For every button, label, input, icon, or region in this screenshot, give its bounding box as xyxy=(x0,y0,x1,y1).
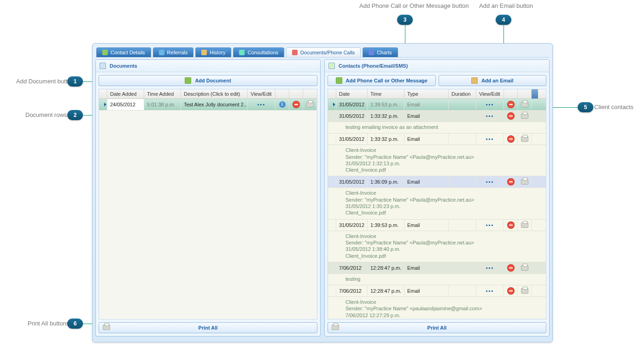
contact-row[interactable]: 7/06/2012 12:28:47 p.m. Email ••• xyxy=(328,285,546,297)
callout-5-label: Client contacts xyxy=(594,104,633,110)
button-label: Add an Email xyxy=(481,78,514,83)
col-date-added[interactable]: Date Added xyxy=(107,89,144,99)
cell-time: 1:33:32 p.m. xyxy=(368,110,404,122)
print-button[interactable] xyxy=(518,133,532,145)
tab-consultations[interactable]: Consultations xyxy=(233,47,284,57)
print-all-contacts-button[interactable]: Print All xyxy=(328,322,546,333)
col-view-edit[interactable]: View/Edit xyxy=(248,89,275,99)
add-email-button[interactable]: Add an Email xyxy=(439,75,547,86)
printer-icon xyxy=(103,325,110,330)
col-time-added[interactable]: Time Added xyxy=(144,89,181,99)
button-label: Print All xyxy=(199,325,218,331)
document-icon xyxy=(100,63,106,69)
info-button[interactable]: i xyxy=(275,99,289,110)
cell-date: 31/05/2012 xyxy=(336,110,368,122)
tab-charts[interactable]: Charts xyxy=(363,47,398,57)
cell-type: Email xyxy=(404,285,449,296)
col-description[interactable]: Description (Click to edit) xyxy=(181,89,248,99)
print-button[interactable] xyxy=(303,99,317,110)
delete-button[interactable] xyxy=(504,133,518,145)
cell-time: 1:33:32 p.m. xyxy=(368,133,404,145)
cell-type: Email xyxy=(404,99,449,110)
add-email-icon xyxy=(471,77,478,84)
tab-documents-phone-calls[interactable]: Documents/Phone Calls xyxy=(286,47,361,57)
view-edit-button[interactable]: ••• xyxy=(476,133,504,145)
print-button[interactable] xyxy=(518,176,532,187)
panel-title: Documents xyxy=(110,63,137,69)
print-button[interactable] xyxy=(518,262,532,273)
printer-icon xyxy=(332,325,339,330)
print-button[interactable] xyxy=(518,285,532,296)
callout-5-pill: 5 xyxy=(578,102,593,112)
view-edit-button[interactable]: ••• xyxy=(476,110,504,122)
history-icon xyxy=(201,50,207,55)
contacts-panel-header: Contacts (Phone/Email/SMS) xyxy=(325,60,549,72)
delete-button[interactable] xyxy=(504,176,518,187)
contact-row[interactable]: 31/05/2012 1:36:09 p.m. Email ••• xyxy=(328,176,546,188)
contact-row-detail: Client-Invoice Sender: "myPractice Name"… xyxy=(328,145,546,176)
view-edit-button[interactable]: ••• xyxy=(248,99,275,110)
delete-button[interactable] xyxy=(289,99,303,110)
print-button[interactable] xyxy=(518,220,532,231)
add-document-button[interactable]: Add Document xyxy=(99,75,317,86)
cell-date: 31/05/2012 xyxy=(336,176,368,187)
contacts-panel: Contacts (Phone/Email/SMS) Add Phone Cal… xyxy=(324,59,550,336)
scroll-up-button[interactable] xyxy=(532,89,538,99)
cell-time: 1:36:09 p.m. xyxy=(368,176,404,187)
tab-referrals[interactable]: Referrals xyxy=(153,47,194,57)
contacts-grid-body[interactable]: 31/05/2012 1:39:53 p.m. Email ••• 31/05/… xyxy=(328,99,546,319)
cell-date: 31/05/2012 xyxy=(336,99,368,110)
view-edit-button[interactable]: ••• xyxy=(476,99,504,110)
col-duration[interactable]: Duration xyxy=(449,89,476,99)
documents-grid-header: Date Added Time Added Description (Click… xyxy=(99,89,317,99)
document-row[interactable]: 24/05/2012 5:01:38 p.m. Test Alex Jolly … xyxy=(99,99,317,110)
contact-details-icon xyxy=(102,50,108,55)
tab-label: Documents/Phone Calls xyxy=(300,50,355,55)
view-edit-button[interactable]: ••• xyxy=(476,285,504,296)
callout-2-label: Document rows xyxy=(25,111,67,118)
docs-calls-icon xyxy=(292,50,298,55)
button-label: Add Document xyxy=(195,78,231,83)
cell-description[interactable]: Test Alex Jolly document 2… xyxy=(181,99,248,110)
tab-history[interactable]: History xyxy=(195,47,231,57)
print-all-documents-button[interactable]: Print All xyxy=(99,322,317,333)
consultations-icon xyxy=(239,50,245,55)
cell-date: 7/06/2012 xyxy=(336,262,368,273)
callout-4-pill: 4 xyxy=(496,15,511,25)
tab-label: History xyxy=(210,50,225,55)
contact-row[interactable]: 31/05/2012 1:39:53 p.m. Email ••• xyxy=(328,99,546,110)
delete-button[interactable] xyxy=(504,99,518,110)
contact-row[interactable]: 31/05/2012 1:39:53 p.m. Email ••• xyxy=(328,220,546,231)
documents-panel: Documents Add Document Date Added Time A… xyxy=(95,59,321,336)
view-edit-button[interactable]: ••• xyxy=(476,220,504,231)
contact-row[interactable]: 7/06/2012 12:28:47 p.m. Email ••• xyxy=(328,262,546,274)
cell-time: 1:39:53 p.m. xyxy=(368,220,404,231)
delete-button[interactable] xyxy=(504,110,518,122)
contact-row[interactable]: 31/05/2012 1:33:32 p.m. Email ••• xyxy=(328,133,546,145)
contact-row[interactable]: 31/05/2012 1:33:32 p.m. Email ••• xyxy=(328,110,546,122)
delete-button[interactable] xyxy=(504,285,518,296)
cell-time: 5:01:38 p.m. xyxy=(144,99,181,110)
cell-time: 12:28:47 p.m. xyxy=(368,285,404,296)
col-type[interactable]: Type xyxy=(404,89,449,99)
app-window: Contact Details Referrals History Consul… xyxy=(92,43,553,342)
print-button[interactable] xyxy=(518,110,532,122)
contacts-grid: Date Time Type Duration View/Edit 31/05/… xyxy=(328,89,546,319)
col-date[interactable]: Date xyxy=(336,89,368,99)
cell-type: Email xyxy=(404,220,449,231)
col-time[interactable]: Time xyxy=(368,89,404,99)
delete-button[interactable] xyxy=(504,262,518,273)
tab-label: Charts xyxy=(377,50,392,55)
delete-button[interactable] xyxy=(504,220,518,231)
view-edit-button[interactable]: ••• xyxy=(476,176,504,187)
view-edit-button[interactable]: ••• xyxy=(476,262,504,273)
cell-date[interactable]: 24/05/2012 xyxy=(107,99,144,110)
col-view-edit[interactable]: View/Edit xyxy=(476,89,504,99)
print-button[interactable] xyxy=(518,99,532,110)
button-label: Print All xyxy=(427,325,447,331)
contacts-grid-header: Date Time Type Duration View/Edit xyxy=(328,89,546,99)
callout-4-label: Add an Email button xyxy=(479,2,533,9)
callout-3-pill: 3 xyxy=(397,15,413,25)
tab-contact-details[interactable]: Contact Details xyxy=(96,47,151,57)
add-phone-call-button[interactable]: Add Phone Call or Other Message xyxy=(328,75,436,86)
